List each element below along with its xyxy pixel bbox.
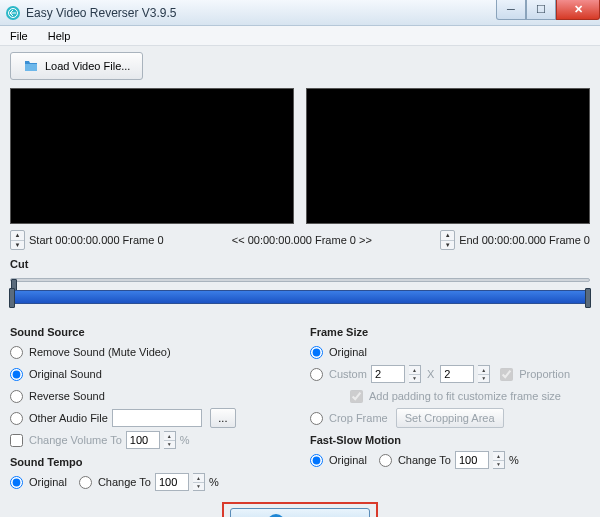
maximize-button[interactable]: ☐ [526,0,556,20]
motion-original-radio[interactable] [310,454,323,467]
change-volume-label: Change Volume To [29,434,122,446]
start-frame-stepper[interactable]: ▲▼ [10,230,25,250]
frame-custom-label: Custom [329,368,367,380]
reverse-sound-label: Reverse Sound [29,390,105,402]
reverse-button[interactable]: Reverse [230,508,370,517]
fast-slow-title: Fast-Slow Motion [310,434,590,446]
options-panels: Sound Source Remove Sound (Mute Video) O… [10,326,590,494]
frame-crop-label: Crop Frame [329,412,388,424]
frame-height[interactable] [440,365,474,383]
reverse-highlight: Reverse [222,502,378,517]
tempo-original-label: Original [29,476,67,488]
sound-tempo-title: Sound Tempo [10,456,290,468]
menu-file[interactable]: File [6,28,32,44]
app-icon [6,6,20,20]
motion-original-label: Original [329,454,367,466]
left-column: Sound Source Remove Sound (Mute Video) O… [10,326,290,494]
frame-by: X [427,368,434,380]
original-sound-row[interactable]: Original Sound [10,364,290,384]
content-area: Load Video File... ▲▼ Start 00:00:00.000… [0,46,600,517]
other-audio-label: Other Audio File [29,412,108,424]
tempo-change-label: Change To [98,476,151,488]
remove-sound-label: Remove Sound (Mute Video) [29,346,171,358]
original-sound-radio[interactable] [10,368,23,381]
cut-label: Cut [10,258,590,270]
browse-audio-button[interactable]: ... [210,408,236,428]
load-video-label: Load Video File... [45,60,130,72]
frame-size-title: Frame Size [310,326,590,338]
other-audio-radio[interactable] [10,412,23,425]
preview-left [10,88,294,224]
proportion-label: Proportion [519,368,570,380]
menu-bar: File Help [0,26,600,46]
frame-height-stepper[interactable]: ▲▼ [478,365,490,383]
original-sound-label: Original Sound [29,368,102,380]
cut-range-start-handle[interactable] [9,288,15,308]
window-title: Easy Video Reverser V3.9.5 [26,6,177,20]
title-bar: Easy Video Reverser V3.9.5 ─ ☐ ✕ [0,0,600,26]
frame-width[interactable] [371,365,405,383]
tempo-stepper[interactable]: ▲▼ [193,473,205,491]
folder-icon [23,58,39,74]
right-column: Frame Size Original Custom ▲▼ X ▲▼ Propo… [310,326,590,494]
padding-label: Add padding to fit customize frame size [369,390,561,402]
preview-row [10,88,590,224]
tempo-original-radio[interactable] [10,476,23,489]
load-video-button[interactable]: Load Video File... [10,52,143,80]
set-cropping-button[interactable]: Set Cropping Area [396,408,504,428]
other-audio-row[interactable]: Other Audio File ... [10,408,290,428]
cut-range-end-handle[interactable] [585,288,591,308]
frame-padding-row[interactable]: Add padding to fit customize frame size [310,386,590,406]
sound-source-title: Sound Source [10,326,290,338]
remove-sound-radio[interactable] [10,346,23,359]
cut-range-track[interactable] [10,290,590,304]
reverse-wrap: Reverse [10,502,590,517]
motion-percent: % [509,454,519,466]
motion-stepper[interactable]: ▲▼ [493,451,505,469]
frame-original-label: Original [329,346,367,358]
window-buttons: ─ ☐ ✕ [496,0,600,20]
other-audio-path [112,409,202,427]
remove-sound-row[interactable]: Remove Sound (Mute Video) [10,342,290,362]
frame-custom-row[interactable]: Custom ▲▼ X ▲▼ Proportion [310,364,590,384]
volume-value[interactable] [126,431,160,449]
frame-crop-row[interactable]: Crop Frame Set Cropping Area [310,408,590,428]
tempo-percent: % [209,476,219,488]
frame-custom-radio[interactable] [310,368,323,381]
menu-help[interactable]: Help [44,28,75,44]
end-time-label: End 00:00:00.000 Frame 0 [459,234,590,246]
motion-change-label: Change To [398,454,451,466]
mid-time-label: << 00:00:00.000 Frame 0 >> [168,234,437,246]
volume-stepper[interactable]: ▲▼ [164,431,176,449]
proportion-checkbox [500,368,513,381]
fast-slow-row: Original Change To ▲▼ % [310,450,590,470]
reverse-sound-radio[interactable] [10,390,23,403]
reverse-sound-row[interactable]: Reverse Sound [10,386,290,406]
tempo-change-radio[interactable] [79,476,92,489]
preview-right [306,88,590,224]
tempo-value[interactable] [155,473,189,491]
motion-value[interactable] [455,451,489,469]
close-button[interactable]: ✕ [556,0,600,20]
start-time-label: Start 00:00:00.000 Frame 0 [29,234,164,246]
volume-percent: % [180,434,190,446]
change-volume-checkbox[interactable] [10,434,23,447]
frame-original-row[interactable]: Original [310,342,590,362]
time-row: ▲▼ Start 00:00:00.000 Frame 0 << 00:00:0… [10,230,590,250]
frame-original-radio[interactable] [310,346,323,359]
motion-change-radio[interactable] [379,454,392,467]
change-volume-row[interactable]: Change Volume To ▲▼ % [10,430,290,450]
end-frame-stepper[interactable]: ▲▼ [440,230,455,250]
minimize-button[interactable]: ─ [496,0,526,20]
frame-crop-radio[interactable] [310,412,323,425]
padding-checkbox [350,390,363,403]
cut-slider-area [10,274,590,320]
cut-position-track[interactable] [10,278,590,282]
sound-tempo-row: Original Change To ▲▼ % [10,472,290,492]
frame-width-stepper[interactable]: ▲▼ [409,365,421,383]
